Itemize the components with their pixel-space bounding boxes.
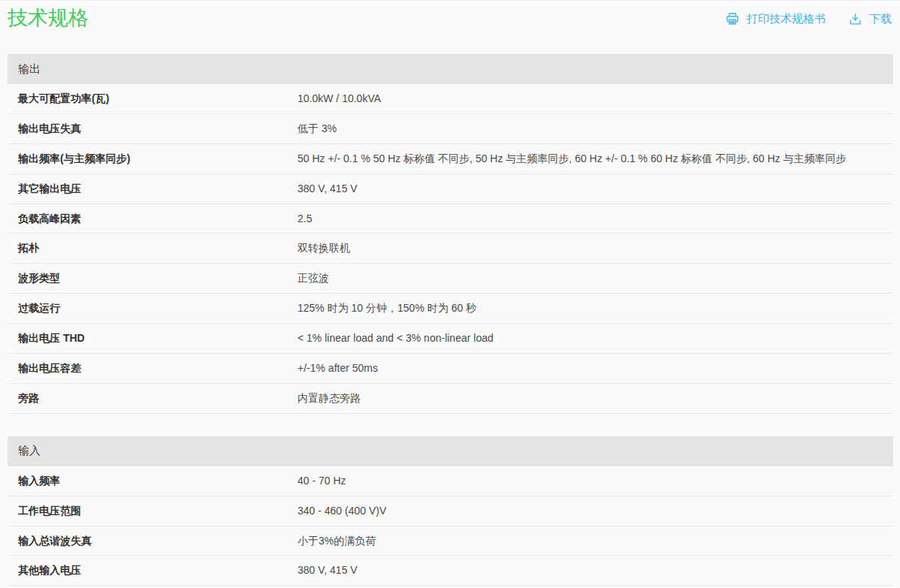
spec-table-row: 旁路 内置静态旁路 — [8, 384, 893, 414]
spec-section-input: 输入 输入频率 40 - 70 Hz 工作电压范围 340 - 460 (400… — [8, 436, 893, 586]
print-techspec-button[interactable]: 打印技术规格书 — [725, 11, 826, 26]
spec-table-row: 过载运行 125% 时为 10 分钟，150% 时为 60 秒 — [8, 294, 893, 324]
spec-row-value: 10.0kW / 10.0kVA — [297, 84, 893, 113]
spec-row-label: 负载高峰因素 — [8, 204, 297, 234]
spec-table-row: 输入总谐波失真 小于3%的满负荷 — [8, 526, 893, 556]
spec-table-row: 工作电压范围 340 - 460 (400 V)V — [8, 496, 893, 526]
spec-table-row: 输出频率(与主频率同步) 50 Hz +/- 0.1 % 50 Hz 标称值 不… — [8, 144, 893, 174]
spec-row-label: 过载运行 — [8, 294, 297, 323]
spec-row-value: 380 V, 415 V — [297, 556, 893, 585]
spec-row-label: 输出频率(与主频率同步) — [8, 144, 297, 173]
spec-row-value: 正弦波 — [297, 264, 893, 293]
spec-row-value: 50 Hz +/- 0.1 % 50 Hz 标称值 不同步, 50 Hz 与主频… — [297, 144, 893, 173]
print-techspec-label: 打印技术规格书 — [747, 12, 826, 26]
spec-row-value: 低于 3% — [297, 114, 893, 143]
spec-table-row: 拓朴 双转换联机 — [8, 234, 893, 264]
spec-row-label: 输入总谐波失真 — [8, 526, 297, 556]
spec-table-row: 输入频率 40 - 70 Hz — [8, 466, 893, 496]
spec-row-value: 340 - 460 (400 V)V — [297, 496, 893, 526]
spec-row-label: 拓朴 — [8, 234, 297, 263]
spec-row-label: 旁路 — [8, 384, 297, 413]
section-rows: 最大可配置功率(瓦) 10.0kW / 10.0kVA 输出电压失真 低于 3%… — [8, 84, 893, 414]
spec-table-row: 输出电压容差 +/-1% after 50ms — [8, 354, 893, 384]
header-actions: 打印技术规格书 下载 — [725, 11, 893, 26]
spec-row-label: 输出电压失真 — [8, 114, 297, 143]
spec-table-row: 输出电压失真 低于 3% — [8, 114, 893, 144]
page-title: 技术规格 — [8, 6, 89, 32]
printer-icon — [725, 11, 740, 26]
spec-section-output: 输出 最大可配置功率(瓦) 10.0kW / 10.0kVA 输出电压失真 低于… — [8, 54, 893, 414]
spec-row-label: 波形类型 — [8, 264, 297, 293]
spec-row-value: 40 - 70 Hz — [297, 466, 893, 496]
spec-table-row: 最大可配置功率(瓦) 10.0kW / 10.0kVA — [8, 84, 893, 114]
download-button[interactable]: 下载 — [848, 12, 892, 26]
spec-table-row: 负载高峰因素 2.5 — [8, 204, 893, 234]
spec-row-value: 2.5 — [297, 204, 893, 234]
page-header: 技术规格 打印技术规格书 — [8, 1, 893, 54]
spec-row-value: 内置静态旁路 — [297, 384, 893, 413]
spec-row-value: 双转换联机 — [297, 234, 893, 263]
spec-table-row: 波形类型 正弦波 — [8, 264, 893, 294]
section-header: 输入 — [8, 436, 893, 466]
spec-row-value: +/-1% after 50ms — [297, 354, 893, 383]
section-header: 输出 — [8, 54, 893, 84]
spec-row-value: 125% 时为 10 分钟，150% 时为 60 秒 — [297, 294, 893, 323]
section-rows: 输入频率 40 - 70 Hz 工作电压范围 340 - 460 (400 V)… — [8, 466, 893, 586]
spec-row-label: 其它输出电压 — [8, 174, 297, 204]
spec-row-value: 380 V, 415 V — [297, 174, 893, 204]
spec-row-value: < 1% linear load and < 3% non-linear loa… — [297, 324, 893, 353]
spec-row-label: 输入频率 — [8, 466, 297, 496]
spec-row-label: 其他输入电压 — [8, 556, 297, 585]
spec-row-label: 最大可配置功率(瓦) — [8, 84, 297, 113]
download-icon — [848, 12, 862, 26]
download-label: 下载 — [869, 12, 892, 26]
spec-table-row: 其他输入电压 380 V, 415 V — [8, 556, 893, 586]
spec-row-label: 输出电压 THD — [8, 324, 297, 353]
spec-table-row: 其它输出电压 380 V, 415 V — [8, 174, 893, 204]
spec-table-row: 输出电压 THD < 1% linear load and < 3% non-l… — [8, 324, 893, 354]
techspec-page: 技术规格 打印技术规格书 — [0, 1, 900, 586]
section-title: 输出 — [18, 62, 41, 77]
spec-row-value: 小于3%的满负荷 — [297, 526, 893, 556]
spec-row-label: 工作电压范围 — [8, 496, 297, 526]
spec-row-label: 输出电压容差 — [8, 354, 297, 383]
section-title: 输入 — [18, 444, 41, 458]
